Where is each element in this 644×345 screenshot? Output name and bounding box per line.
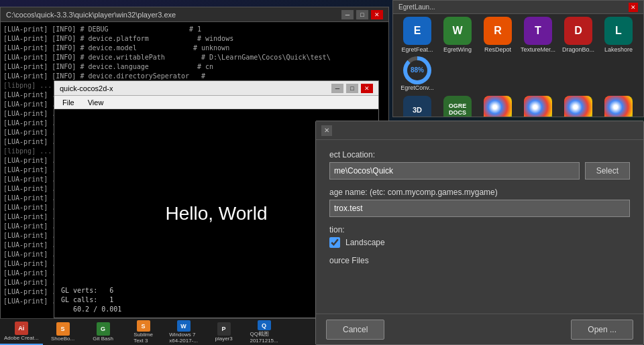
progress-value: 88% bbox=[407, 60, 427, 80]
layabox-icon[interactable]: LayaBox bbox=[479, 96, 517, 117]
taskbar-item-gitbash[interactable]: G Git Bash bbox=[83, 319, 123, 345]
res-depot-icon[interactable]: R ResDepot bbox=[479, 17, 517, 54]
view-menu[interactable]: View bbox=[85, 98, 107, 107]
texture-merge-icon[interactable]: T TextureMer... bbox=[519, 17, 557, 54]
file-menu[interactable]: File bbox=[60, 98, 77, 107]
terminal-line: [LUA-print] [INFO] # DEBUG # 1 bbox=[3, 25, 386, 34]
windows7-taskbar-label: Windows 7x64-2017-... bbox=[169, 332, 198, 344]
hello-world-text: Hello, World bbox=[166, 203, 268, 224]
egret-close-btn[interactable]: ✕ bbox=[629, 3, 638, 12]
terminal-line: [LUA-print] [INFO] # device.directorySep… bbox=[3, 72, 386, 81]
location-row: ect Location: Select bbox=[329, 150, 630, 180]
qq-taskbar-icon: Q bbox=[258, 320, 271, 330]
cancel-button[interactable]: Cancel bbox=[326, 320, 384, 340]
inner-close-btn[interactable]: ✕ bbox=[361, 84, 373, 93]
dialog-footer: Cancel Open ... bbox=[316, 314, 643, 344]
source-files-row: ource Files bbox=[329, 256, 630, 265]
shoebox-taskbar-icon: S bbox=[56, 322, 70, 336]
terminal-maximize-btn[interactable]: □ bbox=[356, 10, 368, 19]
lakeshore-icon[interactable]: L Lakeshore bbox=[600, 17, 637, 54]
dialog-window: ✕ ect Location: Select age name: (etc: c… bbox=[315, 121, 644, 345]
gitbash-taskbar-icon: G bbox=[97, 322, 110, 336]
player3-taskbar-icon: P bbox=[217, 322, 231, 336]
inner-maximize-btn[interactable]: □ bbox=[346, 84, 358, 93]
landscape-label: Landscape bbox=[345, 238, 385, 247]
taskbar-item-adobe[interactable]: Ai Adobe Creat... bbox=[0, 319, 43, 345]
egret-conv-icon[interactable]: 88% EgretConv... bbox=[398, 56, 436, 92]
taskbar-item-sublime[interactable]: S SublimeText 3 bbox=[123, 319, 164, 345]
orientation-checkbox-row: Landscape bbox=[329, 237, 630, 248]
terminal-minimize-btn[interactable]: ─ bbox=[341, 10, 354, 19]
gl-stats: GL verts: 6 GL calls: 1 60.2 / 0.001 bbox=[61, 286, 121, 314]
inner-titlebar: quick-cocos2d-x ─ □ ✕ bbox=[54, 81, 378, 96]
open-button[interactable]: Open ... bbox=[571, 320, 633, 340]
terminal-titlebar: C:\cocos\quick-3.3.3\quick\player\win32\… bbox=[1, 7, 388, 22]
taskbar-item-windows7[interactable]: W Windows 7x64-2017-... bbox=[164, 319, 204, 345]
location-input[interactable] bbox=[329, 162, 580, 180]
quarkjs-icon[interactable]: QuarkJS bbox=[600, 96, 637, 117]
egret-wing-icon[interactable]: W EgretWing bbox=[439, 17, 476, 54]
dialog-body: ect Location: Select age name: (etc: com… bbox=[316, 140, 643, 283]
sublime-taskbar-icon: S bbox=[137, 320, 150, 332]
inner-minimize-btn[interactable]: ─ bbox=[331, 84, 343, 93]
adobe-taskbar-icon: Ai bbox=[15, 322, 28, 335]
gl-fps: 60.2 / 0.001 bbox=[61, 305, 121, 314]
location-label: ect Location: bbox=[329, 150, 630, 159]
player3-taskbar-label: player3 bbox=[215, 336, 232, 342]
orientation-label: tion: bbox=[329, 225, 630, 234]
inner-window-title: quick-cocos2d-x bbox=[60, 84, 331, 92]
egret-launcher-window: EgretLaun... ✕ E EgretFeat... W EgretWin… bbox=[392, 0, 644, 117]
package-input[interactable] bbox=[329, 200, 630, 217]
taskbar-item-qq[interactable]: Q QQ截图20171215... bbox=[244, 319, 284, 345]
irrlicht-icon[interactable]: 3D Irrlicht 3D Engine bbox=[398, 96, 436, 117]
select-button[interactable]: Select bbox=[585, 162, 630, 180]
dragon-bones-icon[interactable]: D DragonBo... bbox=[559, 17, 597, 54]
desktop: EgretLaun... ✕ E EgretFeat... W EgretWin… bbox=[0, 0, 644, 345]
terminal-line: [LUA-print] [INFO] # device.language # c… bbox=[3, 62, 386, 72]
landscape-checkbox[interactable] bbox=[329, 237, 340, 248]
egret-features-icon[interactable]: E EgretFeat... bbox=[398, 17, 436, 54]
gl-verts: GL verts: 6 bbox=[61, 286, 121, 295]
gitbash-taskbar-label: Git Bash bbox=[93, 336, 113, 342]
package-label: age name: (etc: com.mycomp.games.mygame) bbox=[329, 188, 630, 197]
dialog-close-btn[interactable]: ✕ bbox=[321, 125, 332, 136]
createjs-icon[interactable]: CreateJS bbox=[559, 96, 597, 117]
gl-calls: GL calls: 1 bbox=[61, 295, 121, 305]
shoebox-taskbar-label: ShoeBo... bbox=[51, 336, 74, 342]
taskbar-item-shoebox[interactable]: S ShoeBo... bbox=[43, 319, 83, 345]
taskbar-item-player3[interactable]: P player3 bbox=[204, 319, 244, 345]
terminal-close-btn[interactable]: ✕ bbox=[371, 10, 383, 19]
qq-taskbar-label: QQ截图20171215... bbox=[250, 330, 278, 344]
windows7-taskbar-icon: W bbox=[177, 320, 191, 332]
ogre-docs-icon[interactable]: OGREDOCS LayaBox bbox=[439, 96, 476, 117]
terminal-line: [LUA-print] [INFO] # device.writablePath… bbox=[3, 53, 386, 62]
location-input-row: Select bbox=[329, 162, 630, 180]
orientation-row: tion: Landscape bbox=[329, 225, 630, 248]
package-row: age name: (etc: com.mycomp.games.mygame) bbox=[329, 188, 630, 217]
egret2-icon[interactable]: Egret bbox=[519, 96, 557, 117]
dialog-titlebar: ✕ bbox=[316, 121, 643, 140]
adobe-taskbar-label: Adobe Creat... bbox=[4, 335, 39, 341]
terminal-title: C:\cocos\quick-3.3.3\quick\player\win32\… bbox=[6, 11, 341, 19]
terminal-line: [LUA-print] [INFO] # device.model # unkn… bbox=[3, 44, 386, 53]
terminal-line: [LUA-print] [INFO] # device.platform # w… bbox=[3, 34, 386, 44]
inner-menubar: File View bbox=[54, 96, 378, 109]
sublime-taskbar-label: SublimeText 3 bbox=[133, 332, 153, 344]
source-files-label: ource Files bbox=[329, 256, 630, 265]
egret-window-title: EgretLaun... bbox=[398, 3, 629, 11]
